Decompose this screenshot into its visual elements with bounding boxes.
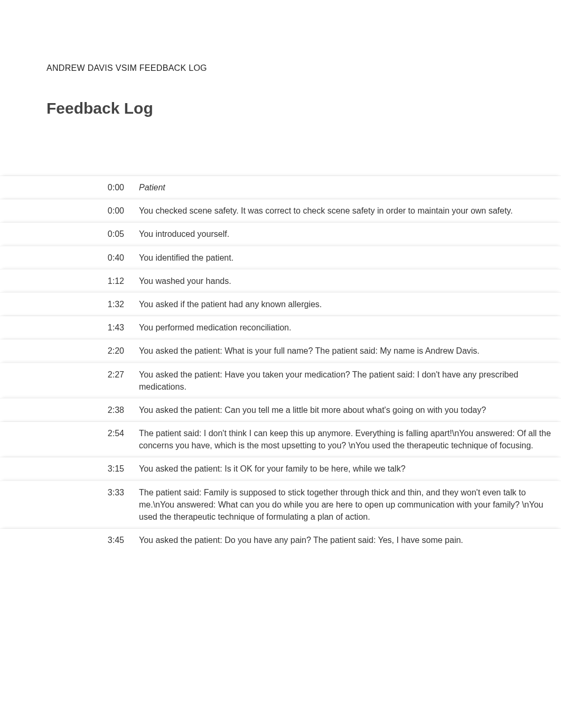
log-description: The patient said: Family is supposed to … <box>139 481 561 529</box>
row-padding <box>0 422 55 457</box>
log-time: 1:43 <box>55 316 139 339</box>
row-padding <box>0 529 55 552</box>
log-time: 0:05 <box>55 223 139 246</box>
row-padding <box>0 363 55 398</box>
log-description: The patient said: I don't think I can ke… <box>139 422 561 457</box>
log-time: 0:00 <box>55 199 139 223</box>
feedback-log-table: 0:00Patient0:00You checked scene safety.… <box>0 176 561 551</box>
log-time: 2:20 <box>55 339 139 363</box>
document-page: ANDREW DAVIS VSIM FEEDBACK LOG Feedback … <box>0 0 561 594</box>
log-row: 2:27You asked the patient: Have you take… <box>0 363 561 398</box>
row-padding <box>0 457 55 481</box>
log-description: You asked the patient: Have you taken yo… <box>139 363 561 398</box>
log-time: 2:54 <box>55 422 139 457</box>
row-padding <box>0 269 55 292</box>
log-description: You identified the patient. <box>139 246 561 269</box>
log-description: You asked the patient: Can you tell me a… <box>139 398 561 421</box>
log-row: 2:20You asked the patient: What is your … <box>0 339 561 363</box>
log-row: 1:43You performed medication reconciliat… <box>0 316 561 339</box>
log-row: 3:45You asked the patient: Do you have a… <box>0 529 561 552</box>
log-time: 2:27 <box>55 363 139 398</box>
log-time: 0:00 <box>55 176 139 199</box>
row-padding <box>0 176 55 199</box>
log-row: 2:54The patient said: I don't think I ca… <box>0 422 561 457</box>
row-padding <box>0 481 55 529</box>
log-description: You washed your hands. <box>139 269 561 292</box>
log-description: You introduced yourself. <box>139 223 561 246</box>
row-padding <box>0 223 55 246</box>
log-row: 0:00Patient <box>0 176 561 199</box>
log-row: 1:32You asked if the patient had any kno… <box>0 292 561 316</box>
row-padding <box>0 246 55 269</box>
log-description: You checked scene safety. It was correct… <box>139 199 561 223</box>
document-title: ANDREW DAVIS VSIM FEEDBACK LOG <box>0 63 561 99</box>
log-row: 3:15You asked the patient: Is it OK for … <box>0 457 561 481</box>
row-padding <box>0 292 55 316</box>
log-description: You asked if the patient had any known a… <box>139 292 561 316</box>
row-padding <box>0 199 55 223</box>
log-row: 0:05You introduced yourself. <box>0 223 561 246</box>
log-description: You performed medication reconciliation. <box>139 316 561 339</box>
log-description: You asked the patient: Do you have any p… <box>139 529 561 552</box>
log-time: 3:15 <box>55 457 139 481</box>
row-padding <box>0 316 55 339</box>
log-row: 2:38You asked the patient: Can you tell … <box>0 398 561 421</box>
log-description: Patient <box>139 176 561 199</box>
log-row: 0:40You identified the patient. <box>0 246 561 269</box>
log-time: 1:12 <box>55 269 139 292</box>
log-description: You asked the patient: What is your full… <box>139 339 561 363</box>
log-row: 0:00You checked scene safety. It was cor… <box>0 199 561 223</box>
log-row: 3:33The patient said: Family is supposed… <box>0 481 561 529</box>
row-padding <box>0 339 55 363</box>
log-row: 1:12You washed your hands. <box>0 269 561 292</box>
log-time: 2:38 <box>55 398 139 421</box>
log-description: You asked the patient: Is it OK for your… <box>139 457 561 481</box>
log-time: 3:33 <box>55 481 139 529</box>
row-padding <box>0 398 55 421</box>
log-time: 1:32 <box>55 292 139 316</box>
log-time: 0:40 <box>55 246 139 269</box>
page-heading: Feedback Log <box>0 99 561 176</box>
log-time: 3:45 <box>55 529 139 552</box>
